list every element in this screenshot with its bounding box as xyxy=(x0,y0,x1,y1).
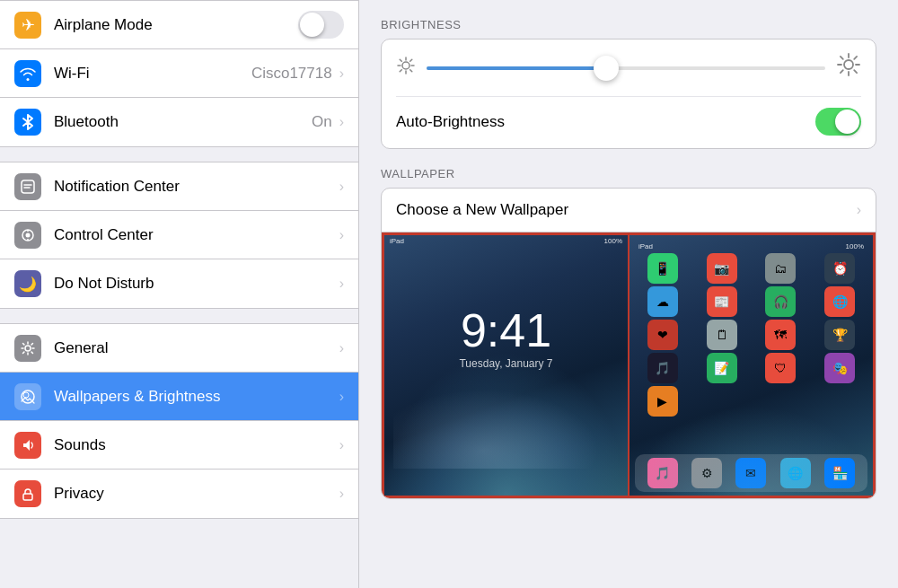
choose-wallpaper-label: Choose a New Wallpaper xyxy=(396,201,857,219)
home-carrier-text: iPad xyxy=(638,242,653,250)
sidebar-item-sounds[interactable]: Sounds › xyxy=(0,421,358,470)
svg-line-17 xyxy=(410,70,412,72)
dock-icon-1: 🎵 xyxy=(647,458,678,488)
wallpaper-section-label: WALLPAPER xyxy=(381,167,876,180)
sidebar-item-do-not-disturb[interactable]: 🌙 Do Not Disturb › xyxy=(0,259,358,308)
bluetooth-value: On xyxy=(312,113,332,131)
lock-screen-date: Tuesday, January 7 xyxy=(459,357,552,370)
lock-screen-status-bar: iPad 100% xyxy=(384,235,628,246)
choose-wallpaper-row[interactable]: Choose a New Wallpaper › xyxy=(382,189,876,233)
carrier-text: iPad xyxy=(390,237,404,244)
wallpaper-preview: iPad 100% 9:41 Tuesday, January 7 i xyxy=(382,233,876,498)
svg-line-19 xyxy=(400,70,401,72)
svg-line-18 xyxy=(410,59,412,61)
privacy-label: Privacy xyxy=(54,485,339,503)
svg-line-27 xyxy=(854,57,857,59)
app-row-2: ☁ 📰 🎧 🌐 xyxy=(635,286,867,317)
do-not-disturb-icon: 🌙 xyxy=(14,270,41,297)
brightness-slider-thumb[interactable] xyxy=(594,56,619,81)
auto-brightness-label: Auto-Brightness xyxy=(396,113,815,131)
wifi-icon xyxy=(14,60,41,87)
sun-small-icon xyxy=(396,56,416,80)
notification-center-icon xyxy=(14,173,41,200)
brightness-section: Auto-Brightness xyxy=(381,39,876,149)
control-center-chevron: › xyxy=(339,227,344,243)
bluetooth-label: Bluetooth xyxy=(54,113,312,131)
app-row-5: ▶ xyxy=(635,386,867,417)
do-not-disturb-chevron: › xyxy=(339,276,344,292)
sounds-icon xyxy=(14,432,41,459)
auto-brightness-row: Auto-Brightness xyxy=(396,96,861,136)
wifi-chevron: › xyxy=(339,66,344,82)
app-icon-7: 🎧 xyxy=(765,286,796,317)
sidebar-item-general[interactable]: General › xyxy=(0,324,358,373)
svg-point-9 xyxy=(23,392,29,398)
auto-brightness-toggle[interactable] xyxy=(815,108,861,136)
bluetooth-icon xyxy=(14,109,41,136)
dock-icon-4: 🌐 xyxy=(780,458,811,488)
app-icon-10: 🗒 xyxy=(707,320,737,350)
lock-screen-time: 9:41 xyxy=(459,307,552,354)
notification-center-label: Notification Center xyxy=(54,178,339,196)
sidebar-item-control-center[interactable]: Control Center › xyxy=(0,211,358,259)
lock-screen-preview: iPad 100% 9:41 Tuesday, January 7 xyxy=(384,235,628,496)
settings-sidebar: ✈ Airplane Mode Wi-Fi Cisco17718 › xyxy=(0,0,359,588)
app-icon-14: 📝 xyxy=(707,353,737,383)
dock-icon-5: 🏪 xyxy=(824,458,855,488)
wifi-value: Cisco17718 xyxy=(251,65,332,83)
sidebar-item-privacy[interactable]: Privacy › xyxy=(0,470,358,518)
app-icon-19 xyxy=(765,386,796,417)
home-battery-text: 100% xyxy=(846,242,864,250)
app-icon-17: ▶ xyxy=(647,386,678,417)
app-icon-6: 📰 xyxy=(707,286,737,317)
sidebar-item-airplane-mode[interactable]: ✈ Airplane Mode xyxy=(0,1,358,49)
svg-rect-10 xyxy=(23,494,32,500)
notification-center-chevron: › xyxy=(339,179,344,195)
sun-large-icon xyxy=(836,52,861,83)
app-icon-13: 🎵 xyxy=(647,353,678,383)
svg-point-20 xyxy=(844,60,853,69)
home-screen-background: iPad 100% 📱 📷 🗂 ⏰ ☁ 📰 🎧 xyxy=(629,235,873,496)
app-icon-2: 📷 xyxy=(707,253,737,284)
general-label: General xyxy=(54,339,339,357)
brightness-slider-row xyxy=(396,52,861,83)
app-icon-11: 🗺 xyxy=(765,320,796,350)
preferences-group: General › Wallpapers & Brightness › xyxy=(0,323,358,519)
choose-wallpaper-chevron: › xyxy=(857,202,861,218)
app-row-4: 🎵 📝 🛡 🎭 xyxy=(635,353,867,383)
app-row-1: 📱 📷 🗂 ⏰ xyxy=(635,253,867,284)
wallpapers-label: Wallpapers & Brightness xyxy=(54,388,339,406)
app-icon-3: 🗂 xyxy=(765,253,796,284)
dock-icon-2: ⚙ xyxy=(691,458,722,488)
app-icon-1: 📱 xyxy=(647,253,678,284)
connectivity-group: ✈ Airplane Mode Wi-Fi Cisco17718 › xyxy=(0,0,358,147)
home-screen-status-bar: iPad 100% xyxy=(635,242,867,250)
brightness-slider[interactable] xyxy=(427,66,825,70)
do-not-disturb-label: Do Not Disturb xyxy=(54,275,339,293)
system-group: Notification Center › Control Center › 🌙… xyxy=(0,162,358,309)
brightness-section-label: BRIGHTNESS xyxy=(381,18,876,31)
app-icon-16: 🎭 xyxy=(824,353,855,383)
svg-point-4 xyxy=(26,233,31,237)
app-icon-8: 🌐 xyxy=(824,286,855,317)
battery-text: 100% xyxy=(604,237,622,244)
wallpaper-section: Choose a New Wallpaper › iPad 100% 9:41 xyxy=(381,188,876,499)
svg-line-16 xyxy=(400,59,401,61)
svg-point-7 xyxy=(25,346,31,351)
sidebar-item-wifi[interactable]: Wi-Fi Cisco17718 › xyxy=(0,49,358,98)
sidebar-item-wallpapers[interactable]: Wallpapers & Brightness › xyxy=(0,373,358,421)
sounds-chevron: › xyxy=(339,437,344,453)
lock-screen-background: iPad 100% 9:41 Tuesday, January 7 xyxy=(384,235,628,496)
wallpapers-chevron: › xyxy=(339,389,344,405)
svg-rect-0 xyxy=(22,180,34,193)
app-icon-12: 🏆 xyxy=(824,320,855,350)
sidebar-item-notification-center[interactable]: Notification Center › xyxy=(0,162,358,211)
app-icon-20 xyxy=(824,386,855,417)
sounds-label: Sounds xyxy=(54,436,339,454)
home-screen-dock: 🎵 ⚙ ✉ 🌐 🏪 xyxy=(635,454,867,492)
sidebar-item-bluetooth[interactable]: Bluetooth On › xyxy=(0,98,358,146)
svg-point-11 xyxy=(402,62,409,69)
general-icon xyxy=(14,335,41,362)
app-icon-5: ☁ xyxy=(647,286,678,317)
airplane-mode-toggle[interactable] xyxy=(298,11,344,39)
